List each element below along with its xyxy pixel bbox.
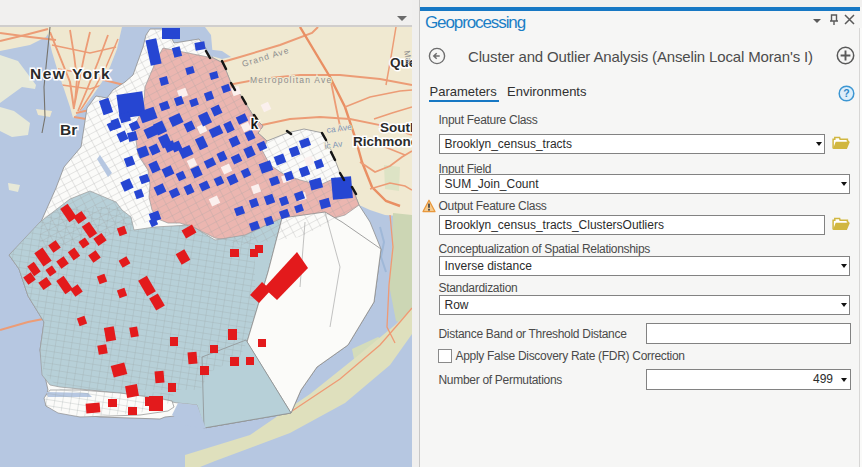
svg-text:?: ? [843,87,849,99]
svg-text:New York: New York [30,65,111,82]
svg-text:South: South [380,120,412,135]
svg-text:Richmond: Richmond [353,134,412,149]
svg-text:k: k [251,116,259,132]
svg-text:Metropolitan Ave: Metropolitan Ave [250,75,332,85]
svg-text:Br: Br [60,121,77,138]
